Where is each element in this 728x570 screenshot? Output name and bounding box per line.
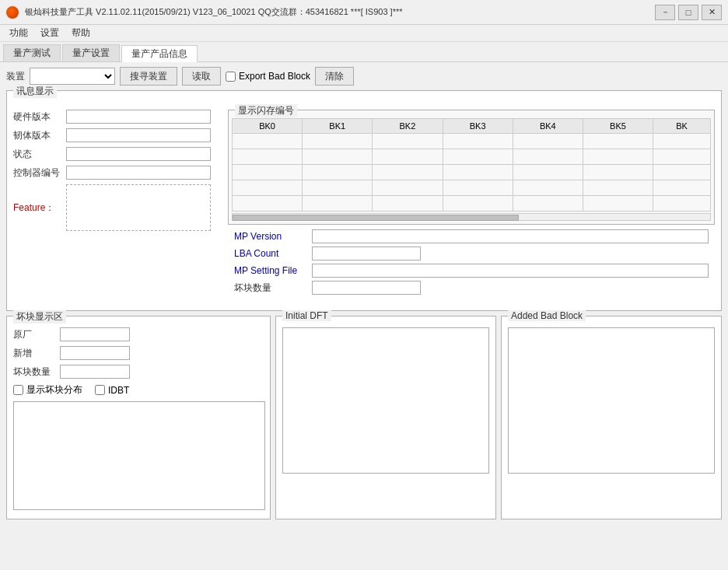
table-cell — [583, 196, 653, 212]
table-cell — [513, 149, 583, 165]
flash-section: 显示闪存编号 BK0 BK1 BK2 BK3 BK4 BK5 BK — [222, 99, 721, 310]
table-cell — [373, 196, 443, 212]
show-dist-label[interactable]: 显示坏块分布 — [13, 383, 82, 397]
original-bad-row: 原厂 — [13, 327, 265, 341]
flash-scrollbar[interactable] — [232, 213, 711, 221]
bad-count-label: 坏块数量 — [234, 282, 312, 295]
mp-setting-label: MP Setting File — [234, 265, 312, 276]
titlebar: 银灿科技量产工具 V2.11.02.11(2015/09/21) V123_06… — [0, 0, 728, 25]
tabbar: 量产测试 量产设置 量产产品信息 — [0, 42, 728, 62]
table-cell — [303, 149, 373, 165]
table-cell — [443, 180, 513, 196]
table-cell — [583, 149, 653, 165]
hardware-label: 硬件版本 — [13, 110, 66, 124]
firmware-label: 韧体版本 — [13, 129, 66, 142]
initial-dft-group: Initial DFT — [275, 316, 496, 519]
bad-count-input[interactable] — [312, 281, 421, 295]
lba-count-input[interactable] — [312, 247, 421, 261]
main-content: 装置 搜寻装置 读取 Export Bad Block 清除 讯息显示 硬件版本… — [0, 62, 728, 529]
export-bad-block-checkbox-label[interactable]: Export Bad Block — [226, 71, 310, 82]
menu-item-actions[interactable]: 功能 — [3, 25, 34, 41]
added-bad-section — [502, 316, 721, 482]
table-cell — [303, 134, 373, 149]
flash-col-bk1: BK1 — [303, 119, 373, 134]
original-bad-input[interactable] — [60, 327, 130, 341]
minimize-button[interactable]: － — [655, 5, 675, 20]
table-cell — [303, 180, 373, 196]
device-select[interactable] — [30, 68, 115, 85]
bottom-section: 坏块显示区 原厂 新增 坏块数量 显示坏块分布 — [6, 316, 722, 524]
table-cell — [443, 149, 513, 165]
tab-mass-test[interactable]: 量产测试 — [3, 44, 61, 61]
show-dist-text: 显示坏块分布 — [26, 383, 82, 397]
table-cell — [233, 196, 303, 212]
export-bad-block-checkbox[interactable] — [226, 72, 236, 82]
firmware-input[interactable] — [66, 128, 211, 142]
info-group: 讯息显示 硬件版本 韧体版本 状态 控制器编号 — [6, 90, 722, 311]
added-bad-group: Added Bad Block — [501, 316, 722, 519]
table-row — [233, 196, 711, 212]
menubar: 功能 设置 帮助 — [0, 25, 728, 42]
tab-mass-settings[interactable]: 量产设置 — [62, 44, 120, 61]
app-icon — [6, 6, 19, 19]
toolbar: 装置 搜寻装置 读取 Export Bad Block 清除 — [6, 67, 722, 86]
feature-textarea[interactable] — [66, 184, 211, 231]
flash-col-bk3: BK3 — [443, 119, 513, 134]
show-dist-checkbox[interactable] — [13, 385, 23, 395]
new-bad-input[interactable] — [60, 346, 130, 360]
flash-col-bk6: BK — [653, 119, 711, 134]
flash-scrollbar-thumb — [233, 215, 519, 221]
maximize-button[interactable]: □ — [678, 5, 698, 20]
table-row — [233, 180, 711, 196]
status-input[interactable] — [66, 147, 211, 161]
added-bad-title: Added Bad Block — [508, 310, 586, 321]
bad-block-title: 坏块显示区 — [13, 310, 66, 323]
mp-setting-input[interactable] — [312, 264, 709, 278]
table-cell — [513, 134, 583, 149]
table-row — [233, 165, 711, 180]
search-device-button[interactable]: 搜寻装置 — [120, 67, 177, 86]
menu-item-help[interactable]: 帮助 — [65, 25, 96, 41]
menu-item-settings[interactable]: 设置 — [34, 25, 65, 41]
table-cell — [583, 134, 653, 149]
hardware-input[interactable] — [66, 110, 211, 124]
bad-block-group: 坏块显示区 原厂 新增 坏块数量 显示坏块分布 — [6, 316, 271, 519]
idbt-checkbox[interactable] — [95, 385, 105, 395]
flash-group: 显示闪存编号 BK0 BK1 BK2 BK3 BK4 BK5 BK — [228, 110, 715, 225]
device-label: 装置 — [6, 70, 25, 83]
mp-version-input[interactable] — [312, 229, 709, 243]
table-cell — [373, 165, 443, 180]
table-cell — [513, 196, 583, 212]
bad-count-input2[interactable] — [60, 365, 130, 379]
feature-row: Feature： — [13, 184, 211, 231]
controller-label: 控制器编号 — [13, 166, 66, 180]
bad-count-row: 坏块数量 — [234, 281, 709, 295]
tab-product-info[interactable]: 量产产品信息 — [121, 45, 198, 62]
export-bad-block-label: Export Bad Block — [239, 71, 310, 82]
table-cell — [583, 180, 653, 196]
close-button[interactable]: ✕ — [702, 5, 722, 20]
mp-version-label: MP Version — [234, 231, 312, 242]
table-cell — [653, 134, 711, 149]
table-cell — [233, 149, 303, 165]
bad-block-left: 原厂 新增 坏块数量 显示坏块分布 — [7, 316, 271, 519]
lba-count-row: LBA Count — [234, 247, 709, 261]
info-left-panel: 硬件版本 韧体版本 状态 控制器编号 Feature： — [7, 99, 217, 310]
table-cell — [513, 180, 583, 196]
added-bad-textarea[interactable] — [508, 327, 715, 474]
table-row — [233, 149, 711, 165]
idbt-label[interactable]: IDBT — [95, 385, 129, 396]
info-section: 硬件版本 韧体版本 状态 控制器编号 Feature： — [7, 99, 721, 310]
clear-button[interactable]: 清除 — [315, 67, 354, 86]
bad-block-textarea[interactable] — [13, 401, 265, 510]
read-button[interactable]: 读取 — [182, 67, 221, 86]
table-cell — [653, 149, 711, 165]
table-cell — [233, 180, 303, 196]
flash-table: BK0 BK1 BK2 BK3 BK4 BK5 BK — [232, 118, 711, 212]
controller-input[interactable] — [66, 166, 211, 180]
bad-count-row2: 坏块数量 — [13, 365, 265, 379]
initial-dft-textarea[interactable] — [282, 327, 489, 474]
flash-col-bk4: BK4 — [513, 119, 583, 134]
hardware-row: 硬件版本 — [13, 110, 211, 124]
flash-group-title: 显示闪存编号 — [235, 104, 297, 117]
